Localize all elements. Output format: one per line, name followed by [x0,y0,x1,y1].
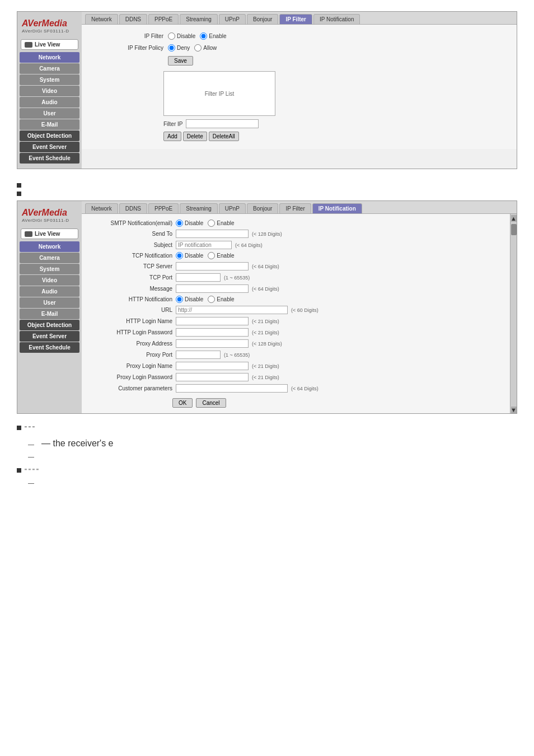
tcp-server-input[interactable] [176,262,249,270]
proxy-login-password-input[interactable] [176,373,249,381]
tab-pppoe-2[interactable]: PPPoE [148,203,179,213]
disable-radio[interactable] [168,32,175,40]
tab-upnp-2[interactable]: UPnP [219,203,246,213]
tcp-enable-label[interactable]: Enable [208,252,234,259]
http-enable-label[interactable]: Enable [208,296,234,303]
tcp-port-label: TCP Port [90,274,172,281]
customer-parameters-input[interactable] [176,384,288,393]
sidebar-item-camera[interactable]: Camera [20,63,79,74]
delete-all-button[interactable]: DeleteAll [209,132,239,141]
sidebar-item-email[interactable]: E-Mail [20,119,79,130]
smtp-enable-label[interactable]: Enable [208,220,234,227]
sidebar-item-audio-2[interactable]: Audio [20,286,79,297]
tcp-enable-radio[interactable] [208,252,215,259]
tab-bar-2: Network DDNS PPPoE Streaming UPnP Bonjou… [82,201,517,214]
sidebar-item-system-2[interactable]: System [20,264,79,274]
sidebar-item-email-2[interactable]: E-Mail [20,309,79,319]
delete-button[interactable]: Delete [183,132,207,141]
smtp-disable-radio[interactable] [176,220,183,227]
http-login-password-row: HTTP Login Password (< 21 Digits) [90,328,502,337]
allow-radio-label[interactable]: Allow [194,44,217,52]
live-view-button[interactable]: Live View [21,39,78,50]
sidebar-item-event-server[interactable]: Event Server [20,142,79,152]
allow-radio[interactable] [194,44,202,52]
smtp-disable-label[interactable]: Disable [176,220,203,227]
sidebar-item-network-2[interactable]: Network [20,241,79,252]
disable-radio-label[interactable]: Disable [168,32,195,40]
proxy-login-name-input[interactable] [176,362,249,370]
ip-filter-radio-group: Disable Enable [168,32,227,40]
add-button[interactable]: Add [163,132,181,141]
sidebar-item-event-server-2[interactable]: Event Server [20,331,79,342]
url-hint: (< 60 Digits) [291,307,318,313]
filter-ip-list-box: Filter IP List [163,71,275,116]
live-view-button-2[interactable]: Live View [21,228,78,239]
http-disable-label[interactable]: Disable [176,296,203,303]
http-disable-radio[interactable] [176,296,183,303]
tab-ip-filter-1[interactable]: IP Filter [279,14,312,24]
sidebar-item-video-2[interactable]: Video [20,275,79,286]
deny-radio[interactable] [168,44,175,52]
url-input[interactable] [176,306,288,314]
tab-bonjour-2[interactable]: Bonjour [247,203,278,213]
send-to-input[interactable] [176,230,249,238]
tab-ddns-2[interactable]: DDNS [119,203,147,213]
enable-radio[interactable] [200,32,207,40]
http-enable-radio[interactable] [208,296,215,303]
tcp-disable-radio[interactable] [176,252,183,259]
ok-button[interactable]: OK [172,398,193,408]
tab-ip-notification-1[interactable]: IP Notification [313,14,360,24]
sidebar-item-object-detection[interactable]: Object Detection [20,130,79,141]
sidebar-item-event-schedule-2[interactable]: Event Schedule [20,342,79,353]
brand-logo: AVerMedia AVerDiGi SF03111-D [17,16,82,37]
save-row: Save [91,56,508,66]
tab-ip-filter-2[interactable]: IP Filter [279,203,311,213]
sidebar-item-network[interactable]: Network [20,52,79,63]
proxy-login-name-row: Proxy Login Name (< 21 Digits) [90,362,502,370]
sidebar-item-event-schedule[interactable]: Event Schedule [20,153,79,164]
tcp-disable-label[interactable]: Disable [176,252,203,259]
subject-input[interactable] [176,241,232,249]
brand-name-2: AVerMedia [22,208,77,218]
http-login-name-input[interactable] [176,317,249,325]
sidebar-item-audio[interactable]: Audio [20,97,79,108]
tcp-port-input[interactable] [176,273,221,282]
subject-label: Subject [90,242,172,248]
message-input[interactable] [176,284,249,293]
deny-radio-label[interactable]: Deny [168,44,190,52]
tab-bonjour-1[interactable]: Bonjour [247,14,278,24]
tab-network-2[interactable]: Network [85,203,118,213]
proxy-login-password-row: Proxy Login Password (< 21 Digits) [90,373,502,381]
tab-upnp-1[interactable]: UPnP [219,14,246,24]
tab-ddns-1[interactable]: DDNS [119,14,147,24]
sidebar-item-user[interactable]: User [20,108,79,119]
text-between-panels [17,179,517,200]
scroll-thumb[interactable] [511,224,517,235]
tab-pppoe-1[interactable]: PPPoE [148,14,179,24]
smtp-enable-radio[interactable] [208,220,215,227]
sidebar-item-system[interactable]: System [20,74,79,85]
filter-ip-input[interactable] [186,119,259,128]
http-login-password-input[interactable] [176,328,249,337]
ip-notification-panel: AVerMedia AVerDiGi SF03111-D Live View N… [17,200,517,414]
proxy-address-hint: (< 128 Digits) [252,341,282,347]
proxy-port-input[interactable] [176,351,221,359]
proxy-address-input[interactable] [176,339,249,348]
bullet-icon-2 [17,192,21,196]
scroll-up-arrow[interactable]: ▲ [511,215,517,222]
sidebar-item-object-detection-2[interactable]: Object Detection [20,320,79,330]
scroll-down-arrow[interactable]: ▼ [511,407,517,413]
tab-network-1[interactable]: Network [85,14,118,24]
enable-radio-label[interactable]: Enable [200,32,226,40]
sidebar-item-video[interactable]: Video [20,86,79,96]
sidebar-item-camera-2[interactable]: Camera [20,253,79,263]
tab-streaming-1[interactable]: Streaming [180,14,218,24]
sidebar-item-user-2[interactable]: User [20,297,79,308]
tab-streaming-2[interactable]: Streaming [180,203,218,213]
tab-ip-notification-2[interactable]: IP Notification [312,203,362,213]
filter-ip-section: Filter IP List Filter IP Add Delete Dele… [163,71,508,141]
camera-icon [25,42,32,48]
save-button[interactable]: Save [168,56,193,66]
scrollbar[interactable]: ▲ ▼ [510,214,517,413]
cancel-button[interactable]: Cancel [196,398,226,408]
